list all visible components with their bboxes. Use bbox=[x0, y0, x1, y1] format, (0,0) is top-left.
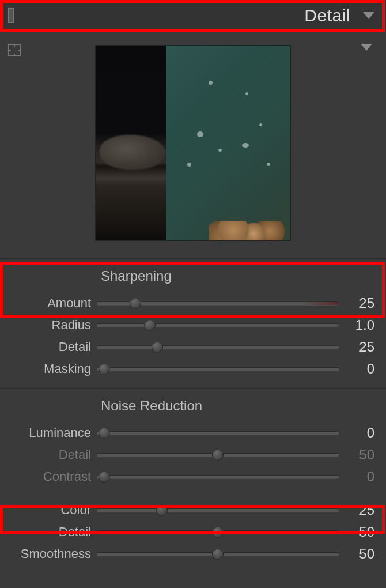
detail-panel-header[interactable]: Detail bbox=[0, 0, 386, 31]
lum-contrast-value[interactable]: 0 bbox=[339, 469, 374, 485]
col-smoothness-value[interactable]: 50 bbox=[339, 546, 374, 562]
slider-thumb[interactable] bbox=[99, 363, 110, 375]
amount-value[interactable]: 25 bbox=[339, 295, 374, 311]
radius-label: Radius bbox=[0, 318, 97, 333]
panel-switch-toggle[interactable] bbox=[8, 8, 14, 23]
sharp-detail-label: Detail bbox=[0, 340, 97, 355]
luminance-contrast-row: Contrast 0 bbox=[0, 466, 386, 488]
luminance-label: Luminance bbox=[0, 425, 97, 440]
color-value[interactable]: 25 bbox=[339, 502, 374, 518]
slider-thumb[interactable] bbox=[152, 341, 163, 353]
col-detail-value[interactable]: 50 bbox=[339, 524, 374, 540]
noise-reduction-section: Noise Reduction Luminance 0 Detail 50 Co… bbox=[0, 388, 386, 573]
luminance-row: Luminance 0 bbox=[0, 422, 386, 444]
color-row: Color 25 bbox=[0, 499, 386, 521]
masking-label: Masking bbox=[0, 361, 97, 376]
lum-detail-slider[interactable] bbox=[97, 450, 339, 460]
amount-slider[interactable] bbox=[97, 298, 339, 308]
target-picker-icon[interactable] bbox=[8, 44, 21, 56]
masking-slider[interactable] bbox=[97, 364, 339, 374]
radius-value[interactable]: 1.0 bbox=[339, 317, 374, 333]
radius-slider[interactable] bbox=[97, 320, 339, 330]
color-smoothness-row: Smoothness 50 bbox=[0, 543, 386, 565]
slider-thumb[interactable] bbox=[130, 297, 141, 309]
sharpening-radius-row: Radius 1.0 bbox=[0, 314, 386, 336]
lum-contrast-label: Contrast bbox=[0, 469, 97, 484]
slider-thumb[interactable] bbox=[212, 548, 224, 560]
sharp-detail-value[interactable]: 25 bbox=[339, 339, 374, 355]
luminance-slider[interactable] bbox=[97, 428, 339, 438]
amount-label: Amount bbox=[0, 296, 97, 311]
slider-thumb[interactable] bbox=[144, 319, 156, 331]
sharpening-detail-row: Detail 25 bbox=[0, 336, 386, 358]
triangle-down-icon[interactable] bbox=[363, 12, 374, 19]
col-smoothness-slider[interactable] bbox=[97, 549, 339, 559]
sharpening-title: Sharpening bbox=[0, 268, 386, 284]
slider-thumb[interactable] bbox=[212, 449, 224, 461]
sharpening-section: Sharpening Amount 25 Radius 1.0 Detail 2… bbox=[0, 258, 386, 388]
luminance-detail-row: Detail 50 bbox=[0, 444, 386, 466]
slider-thumb[interactable] bbox=[212, 526, 224, 538]
slider-thumb[interactable] bbox=[99, 471, 110, 483]
lum-contrast-slider[interactable] bbox=[97, 472, 339, 482]
detail-preview-image[interactable] bbox=[95, 45, 291, 241]
panel-title: Detail bbox=[304, 6, 350, 25]
color-label: Color bbox=[0, 503, 97, 518]
sharpening-masking-row: Masking 0 bbox=[0, 358, 386, 380]
noise-title: Noise Reduction bbox=[0, 398, 386, 414]
lum-detail-label: Detail bbox=[0, 447, 97, 462]
luminance-value[interactable]: 0 bbox=[339, 425, 374, 441]
masking-value[interactable]: 0 bbox=[339, 361, 374, 377]
sharp-detail-slider[interactable] bbox=[97, 342, 339, 352]
color-slider[interactable] bbox=[97, 505, 339, 515]
col-detail-label: Detail bbox=[0, 525, 97, 540]
sharpening-amount-row: Amount 25 bbox=[0, 292, 386, 314]
col-detail-slider[interactable] bbox=[97, 527, 339, 537]
col-smoothness-label: Smoothness bbox=[0, 546, 97, 561]
lum-detail-value[interactable]: 50 bbox=[339, 447, 374, 463]
preview-options-icon[interactable] bbox=[361, 44, 372, 51]
color-detail-row: Detail 50 bbox=[0, 521, 386, 543]
detail-preview-area bbox=[0, 31, 386, 258]
slider-thumb[interactable] bbox=[99, 427, 110, 439]
slider-thumb[interactable] bbox=[156, 504, 168, 516]
